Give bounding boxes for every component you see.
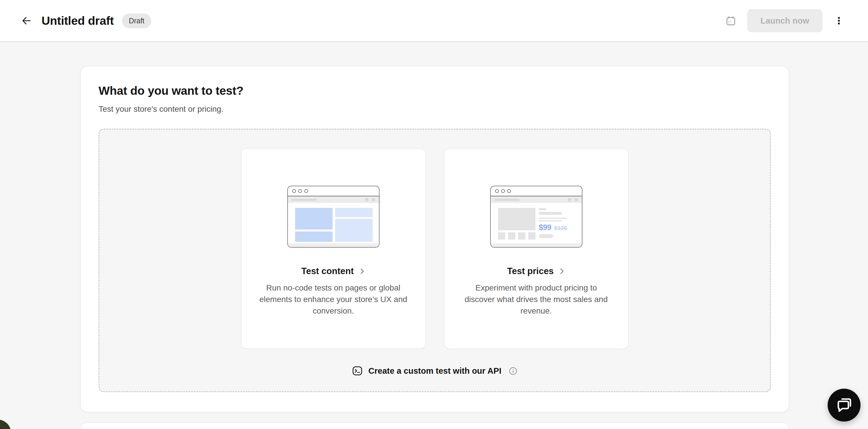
text-line-placeholder [539, 218, 567, 219]
text-line-placeholder [539, 220, 562, 222]
header-actions: Launch now [724, 9, 845, 32]
option-card-test-content[interactable]: Test content Run no-code tests on pages … [241, 148, 426, 349]
content-block [335, 219, 373, 242]
window-dot-icon [292, 189, 296, 193]
url-placeholder [291, 199, 317, 201]
buy-button-placeholder [539, 234, 553, 238]
toolbar-icons [365, 198, 375, 202]
api-cta-label: Create a custom test with our API [368, 366, 501, 376]
toolbar-icons [567, 198, 578, 202]
corner-logo [0, 420, 11, 429]
option-title: Test content [302, 266, 354, 276]
kebab-menu-icon [834, 15, 844, 26]
browser-titlebar [288, 186, 379, 196]
more-options-button[interactable] [832, 14, 845, 27]
test-price-value: $99 [539, 223, 552, 232]
window-dot-icon [304, 189, 308, 193]
hamburger-icon [371, 198, 375, 202]
window-dot-icon [495, 189, 499, 193]
test-options-zone: Test content Run no-code tests on pages … [98, 129, 771, 392]
status-badge: Draft [122, 13, 151, 28]
url-placeholder [494, 199, 520, 201]
content-block [295, 208, 333, 229]
content-block [295, 231, 333, 242]
arrow-left-icon [21, 15, 32, 26]
option-card-test-prices[interactable]: $99 $120 Test prices Experiment with pro… [444, 148, 628, 349]
browser-footer [288, 243, 379, 247]
info-icon[interactable] [508, 366, 518, 376]
basket-icon [567, 198, 572, 202]
launch-now-button[interactable]: Launch now [747, 9, 823, 32]
thumbnail-placeholder [508, 232, 515, 239]
window-dot-icon [501, 189, 505, 193]
original-price-value: $120 [554, 225, 567, 231]
custom-api-test-button[interactable]: Create a custom test with our API [350, 365, 519, 377]
calendar-icon [725, 15, 736, 26]
product-image-placeholder [498, 208, 535, 230]
test-type-card: What do you want to test? Test your stor… [81, 66, 789, 412]
thumbnail-placeholder [528, 232, 535, 239]
card-heading: What do you want to test? [98, 84, 771, 98]
text-line-placeholder [539, 208, 546, 210]
basket-icon [365, 198, 369, 202]
window-dot-icon [507, 189, 511, 193]
browser-titlebar [491, 186, 582, 196]
next-section-card [81, 423, 789, 429]
terminal-icon [351, 365, 363, 376]
chat-widget-button[interactable] [828, 389, 861, 422]
thumbnail-placeholder [518, 232, 525, 239]
card-subheading: Test your store's content or pricing. [98, 104, 771, 114]
content-illustration [287, 186, 379, 248]
prices-illustration: $99 $120 [490, 186, 582, 248]
chat-icon [835, 396, 853, 414]
browser-toolbar [288, 196, 379, 203]
window-dot-icon [298, 189, 302, 193]
browser-toolbar [491, 196, 582, 203]
thumbnail-placeholder [498, 232, 505, 239]
text-line-placeholder [539, 212, 562, 215]
schedule-button[interactable] [724, 14, 738, 27]
hamburger-icon [574, 198, 578, 202]
price-row: $99 $120 [539, 223, 567, 232]
option-title-row: Test prices [507, 266, 565, 276]
chevron-right-icon [558, 268, 565, 275]
chevron-right-icon [359, 268, 365, 275]
option-description: Run no-code tests on pages or global ele… [257, 282, 410, 317]
options-row: Test content Run no-code tests on pages … [241, 148, 628, 349]
browser-footer [491, 243, 582, 247]
back-button[interactable] [20, 14, 33, 27]
option-title-row: Test content [302, 266, 365, 276]
page-title: Untitled draft [41, 14, 114, 28]
content-block [335, 208, 373, 217]
option-title: Test prices [507, 266, 554, 276]
option-description: Experiment with product pricing to disco… [463, 282, 610, 317]
header-bar: Untitled draft Draft Launch now [0, 0, 868, 42]
